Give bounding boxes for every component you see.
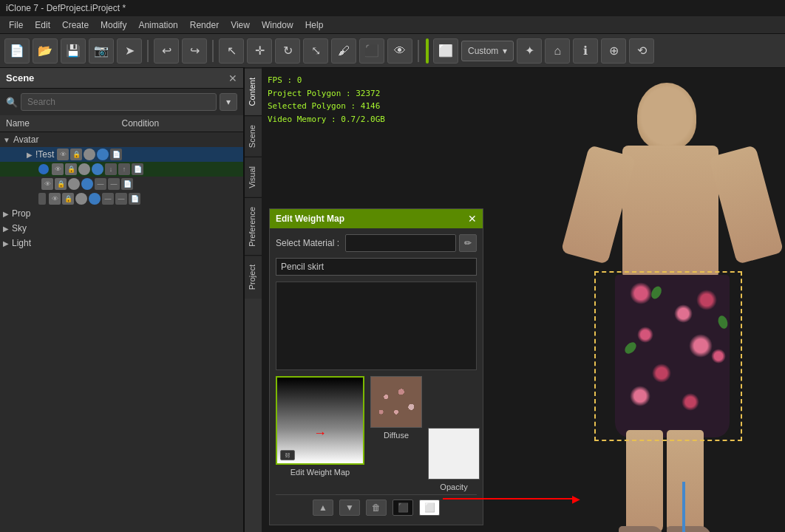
s2-eye-icon[interactable]: 👁 — [41, 178, 53, 190]
content-tab[interactable]: Content — [245, 68, 262, 115]
character-base-stick — [682, 482, 685, 532]
paint-button[interactable]: 🖌 — [331, 38, 356, 64]
material-select-box[interactable] — [345, 234, 456, 252]
select-material-label: Select Material : — [276, 238, 339, 248]
prop-group[interactable]: ▶ Prop — [0, 206, 243, 221]
view-button[interactable]: ⬜ — [433, 38, 458, 64]
menu-edit[interactable]: Edit — [29, 18, 56, 32]
s1-eye-icon[interactable]: 👁 — [52, 163, 64, 175]
preference-tab[interactable]: Preference — [245, 197, 262, 256]
menu-modify[interactable]: Modify — [95, 18, 132, 32]
hud-overlay: FPS : 0 Project Polygon : 32372 Selected… — [268, 74, 385, 126]
tree-subitem-3[interactable]: 👁 🔒 — — 📄 — [0, 191, 243, 206]
dropdown-arrow-icon: ▾ — [503, 46, 507, 56]
edit-weight-map-thumb[interactable]: → ⛓ Edit Weight Map — [276, 376, 364, 491]
project-tab[interactable]: Project — [245, 255, 262, 299]
light-group[interactable]: ▶ Light — [0, 236, 243, 250]
separator-3 — [418, 40, 419, 62]
s2-lock-icon[interactable]: 🔒 — [55, 178, 67, 190]
avatar-group[interactable]: ▼ Avatar — [0, 132, 243, 147]
toolbar: 📄 📂 💾 📷 ➤ ↩ ↪ ↖ ✛ ↻ ⤡ 🖌 ⬛ 👁 ⬜ Custom ▾ ✦… — [0, 34, 785, 68]
search-bar: 🔍 ▾ — [0, 89, 243, 115]
wm-upload-button[interactable]: ▲ — [313, 499, 333, 516]
plus-button[interactable]: ⊕ — [601, 38, 626, 64]
lock-icon[interactable]: 🔒 — [70, 149, 82, 160]
light-label: Light — [12, 238, 31, 248]
physics-button[interactable]: 👁 — [387, 38, 412, 64]
export-button[interactable]: ➤ — [117, 38, 142, 64]
scene-panel-title: Scene — [6, 72, 34, 83]
wm-white-button[interactable]: ⬜ — [419, 499, 440, 516]
rotate-button[interactable]: ↻ — [275, 38, 300, 64]
table-header: Name Condition — [0, 115, 243, 132]
weight-map-close-button[interactable]: ✕ — [468, 213, 477, 225]
scene-close-button[interactable]: ✕ — [228, 72, 237, 84]
wm-download-button[interactable]: ▼ — [339, 499, 360, 516]
search-input[interactable] — [21, 93, 217, 111]
undo-button[interactable]: ↩ — [154, 38, 179, 64]
info-button[interactable]: ℹ — [573, 38, 598, 64]
redo-button[interactable]: ↪ — [182, 38, 207, 64]
tree-subitem-1[interactable]: 👁 🔒 ↓ ↑ 📄 — [0, 162, 243, 177]
s3-sphere-icon — [75, 193, 87, 205]
menu-help[interactable]: Help — [299, 18, 330, 32]
menu-animation[interactable]: Animation — [132, 18, 183, 32]
test-label: !Test — [35, 149, 54, 160]
view-preset-dropdown[interactable]: Custom ▾ — [461, 41, 514, 61]
extra-button[interactable]: ⟲ — [629, 38, 654, 64]
scene-tab[interactable]: Scene — [245, 115, 262, 157]
select-button[interactable]: ↖ — [219, 38, 244, 64]
save-button[interactable]: 💾 — [61, 38, 86, 64]
new-button[interactable]: 📄 — [4, 38, 30, 64]
s3-dash-icon: — — [102, 193, 114, 205]
menu-bar: File Edit Create Modify Animation Render… — [0, 16, 785, 34]
material-list[interactable]: Pencil skirt — [276, 258, 477, 276]
pencil-button[interactable]: ✏ — [459, 234, 477, 252]
fps-display: FPS : 0 — [268, 74, 385, 87]
open-button[interactable]: 📂 — [33, 38, 58, 64]
s3-eye-icon[interactable]: 👁 — [49, 193, 61, 205]
sky-group[interactable]: ▶ Sky — [0, 221, 243, 236]
blue-icon — [97, 149, 109, 160]
s1-arrow-icon: ↓ — [105, 163, 117, 175]
wm-black-button[interactable]: ⬛ — [392, 499, 413, 516]
opacity-thumb-container[interactable]: Opacity — [428, 428, 480, 491]
menu-file[interactable]: File — [3, 18, 29, 32]
capture-button[interactable]: 📷 — [89, 38, 114, 64]
sphere-icon — [84, 149, 95, 160]
scene-panel-header: Scene ✕ — [0, 68, 243, 89]
menu-window[interactable]: Window — [256, 18, 299, 32]
s1-lock-icon[interactable]: 🔒 — [65, 163, 77, 175]
side-tabs: Content Scene Visual Preference Project — [244, 68, 262, 532]
s3-lock-icon[interactable]: 🔒 — [62, 193, 74, 205]
view-preset-label: Custom — [468, 46, 498, 56]
search-icon: 🔍 — [6, 97, 18, 108]
weight-map-header: Edit Weight Map ✕ — [270, 209, 483, 228]
prop-label: Prop — [12, 208, 30, 219]
test-tree-item[interactable]: ▶ !Test 👁 🔒 📄 — [0, 147, 243, 162]
visual-tab[interactable]: Visual — [245, 157, 262, 197]
opacity-display — [429, 429, 479, 479]
tree-subitem-2[interactable]: 👁 🔒 — — 📄 — [0, 177, 243, 191]
s2-file-icon: 📄 — [121, 178, 133, 190]
light-button[interactable]: ✦ — [517, 38, 542, 64]
diffuse-thumb-label: Diffuse — [384, 431, 409, 440]
subitem-3-icons: 👁 🔒 — — 📄 — [49, 193, 140, 205]
test-icons: 👁 🔒 📄 — [57, 149, 122, 160]
subitem-1-icons: 👁 🔒 ↓ ↑ 📄 — [52, 163, 143, 175]
diffuse-thumb-container[interactable]: Diffuse — [370, 376, 422, 491]
weight-map-title: Edit Weight Map — [276, 214, 344, 224]
eye-icon[interactable]: 👁 — [57, 149, 69, 160]
s2-dash2-icon: — — [108, 178, 120, 190]
character-right-leg — [626, 430, 663, 532]
menu-render[interactable]: Render — [184, 18, 225, 32]
home-button[interactable]: ⌂ — [545, 38, 570, 64]
menu-create[interactable]: Create — [56, 18, 95, 32]
scale-button[interactable]: ⤡ — [303, 38, 328, 64]
terrain-button[interactable]: ⬛ — [359, 38, 384, 64]
character-viewport — [548, 75, 770, 532]
move-button[interactable]: ✛ — [247, 38, 272, 64]
wm-delete-button[interactable]: 🗑 — [366, 499, 387, 516]
search-dropdown-button[interactable]: ▾ — [220, 93, 237, 111]
menu-view[interactable]: View — [225, 18, 256, 32]
